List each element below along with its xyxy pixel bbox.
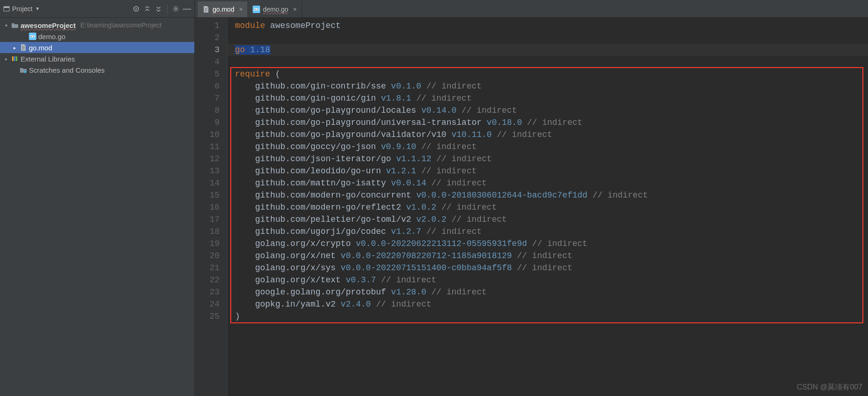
svg-point-12 <box>24 70 27 73</box>
code-line[interactable]: github.com/goccy/go-json v0.9.10 // indi… <box>235 141 868 153</box>
expand-all-icon[interactable] <box>143 4 152 14</box>
code-line[interactable]: github.com/go-playground/validator/v10 v… <box>235 129 868 141</box>
line-number[interactable]: 7 <box>195 92 220 104</box>
select-opened-file-icon[interactable] <box>131 4 141 14</box>
tab-label: demo.go <box>263 6 288 13</box>
code-line[interactable]: github.com/pelletier/go-toml/v2 v2.0.2 /… <box>235 213 868 225</box>
code-line[interactable]: github.com/modern-go/reflect2 v1.0.2 // … <box>235 201 868 213</box>
line-number[interactable]: 6 <box>195 80 220 92</box>
tree-file-demo-go[interactable]: demo.go <box>0 31 194 42</box>
tab-go-mod[interactable]: go.mod × <box>198 1 248 17</box>
code-line[interactable]: github.com/mattn/go-isatty v0.0.14 // in… <box>235 177 868 189</box>
tree-item-label: External Libraries <box>21 55 75 63</box>
line-number[interactable]: 19 <box>195 238 220 250</box>
line-number[interactable]: 24 <box>195 298 220 310</box>
line-number[interactable]: 2 <box>195 32 220 44</box>
line-number[interactable]: 15 <box>195 189 220 201</box>
code-line[interactable]: github.com/json-iterator/go v1.1.12 // i… <box>235 153 868 165</box>
svg-rect-11 <box>16 56 17 61</box>
line-number[interactable]: 21 <box>195 262 220 274</box>
svg-point-3 <box>136 8 137 9</box>
collapse-all-icon[interactable] <box>154 4 163 14</box>
svg-point-7 <box>31 36 32 37</box>
gear-icon[interactable] <box>171 4 180 14</box>
code-line[interactable]: google.golang.org/protobuf v1.28.0 // in… <box>235 286 868 298</box>
code-line[interactable]: golang.org/x/net v0.0.0-20220708220712-1… <box>235 250 868 262</box>
chevron-down-icon: ▾ <box>3 23 9 28</box>
svg-rect-10 <box>14 56 15 61</box>
line-number[interactable]: 10 <box>195 129 220 141</box>
code-line[interactable]: golang.org/x/crypto v0.0.0-2022062221311… <box>235 238 868 250</box>
editor-tabs: go.mod × demo.go × <box>195 0 868 18</box>
line-number[interactable]: 5 <box>195 68 220 80</box>
code-area[interactable]: module awesomeProject​go 1.18​require ( … <box>227 18 868 396</box>
editor-pane: go.mod × demo.go × 123456789101112131415… <box>195 0 868 396</box>
mod-file-icon <box>202 6 210 13</box>
tree-item-label: Scratches and Consoles <box>29 66 105 74</box>
close-icon[interactable]: × <box>239 6 243 13</box>
line-number[interactable]: 20 <box>195 250 220 262</box>
tree-file-go-mod[interactable]: ▸ go.mod <box>0 42 194 53</box>
watermark: CSDN @莫须有007 <box>797 381 862 393</box>
tree-root[interactable]: ▾ awesomeProject E:\learning\awesomeProj… <box>0 20 194 31</box>
code-line[interactable]: github.com/go-playground/locales v0.14.0… <box>235 104 868 116</box>
tree-item-label: go.mod <box>29 44 52 52</box>
sidebar-title[interactable]: Project ▼ <box>12 5 40 13</box>
mod-file-icon <box>20 44 27 51</box>
tree-scratches[interactable]: Scratches and Consoles <box>0 64 194 75</box>
svg-rect-9 <box>12 56 14 61</box>
code-line[interactable]: ​ <box>235 56 868 68</box>
code-line[interactable]: github.com/ugorji/go/codec v1.2.7 // ind… <box>235 225 868 238</box>
go-file-icon <box>29 33 36 40</box>
line-number-gutter[interactable]: 1234567891011121314151617181920212223242… <box>195 18 227 396</box>
line-number[interactable]: 11 <box>195 141 220 153</box>
code-line[interactable]: github.com/gin-contrib/sse v0.1.0 // ind… <box>235 80 868 92</box>
line-number[interactable]: 22 <box>195 274 220 286</box>
close-icon[interactable]: × <box>293 6 296 13</box>
code-line[interactable]: module awesomeProject <box>235 20 868 32</box>
line-number[interactable]: 18 <box>195 225 220 238</box>
svg-rect-1 <box>4 7 9 8</box>
line-number[interactable]: 9 <box>195 116 220 129</box>
line-number[interactable]: 17 <box>195 213 220 225</box>
code-line[interactable]: golang.org/x/sys v0.0.0-20220715151400-c… <box>235 262 868 274</box>
code-line[interactable]: golang.org/x/text v0.3.7 // indirect <box>235 274 868 286</box>
svg-point-16 <box>257 9 258 10</box>
line-number[interactable]: 3 <box>195 44 220 56</box>
svg-point-15 <box>255 9 255 10</box>
code-line[interactable]: require ( <box>235 68 868 80</box>
scratches-icon <box>20 66 27 74</box>
project-root-path: E:\learning\awesomeProject <box>80 21 161 29</box>
line-number[interactable]: 12 <box>195 153 220 165</box>
line-number[interactable]: 16 <box>195 201 220 213</box>
line-number[interactable]: 8 <box>195 104 220 116</box>
chevron-down-icon: ▼ <box>35 6 40 11</box>
tab-demo-go[interactable]: demo.go × <box>248 1 302 17</box>
svg-point-8 <box>34 36 34 37</box>
chevron-right-icon: ▸ <box>3 56 9 61</box>
code-line[interactable]: gopkg.in/yaml.v2 v2.4.0 // indirect <box>235 298 868 310</box>
sidebar-header: Project ▼ — <box>0 0 194 18</box>
svg-point-4 <box>175 7 177 9</box>
tree-external-libraries[interactable]: ▸ External Libraries <box>0 53 194 64</box>
line-number[interactable]: 23 <box>195 286 220 298</box>
code-line[interactable]: github.com/modern-go/concurrent v0.0.0-2… <box>235 189 868 201</box>
chevron-right-icon: ▸ <box>11 45 18 50</box>
line-number[interactable]: 1 <box>195 20 220 32</box>
code-line[interactable]: github.com/go-playground/universal-trans… <box>235 116 868 129</box>
project-root-name: awesomeProject <box>21 21 76 29</box>
code-line[interactable]: github.com/leodido/go-urn v1.2.1 // indi… <box>235 165 868 177</box>
sidebar-title-label: Project <box>12 5 33 13</box>
go-file-icon <box>253 6 260 13</box>
hide-icon[interactable]: — <box>182 4 192 14</box>
line-number[interactable]: 25 <box>195 310 220 322</box>
line-number[interactable]: 14 <box>195 177 220 189</box>
line-number[interactable]: 13 <box>195 165 220 177</box>
library-icon <box>11 55 19 62</box>
line-number[interactable]: 4 <box>195 56 220 68</box>
project-sidebar: Project ▼ — ▾ <box>0 0 195 396</box>
editor-body[interactable]: 1234567891011121314151617181920212223242… <box>195 18 868 396</box>
code-line[interactable]: ) <box>235 310 868 322</box>
code-line[interactable]: ​ <box>235 32 868 44</box>
code-line[interactable]: github.com/gin-gonic/gin v1.8.1 // indir… <box>235 92 868 104</box>
